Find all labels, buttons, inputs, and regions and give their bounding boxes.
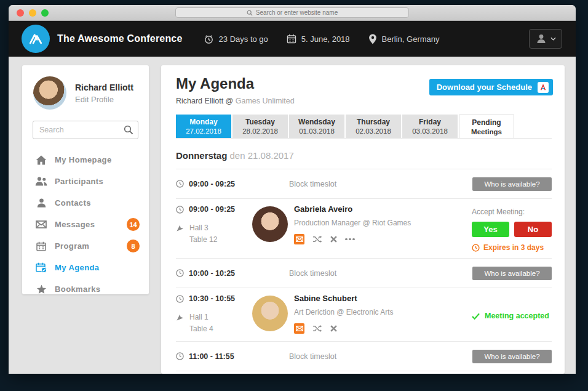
tab-wendsday[interactable]: Wendsday 01.03.2018	[289, 115, 344, 138]
timeslot-time: 09:00 - 09:25	[189, 205, 235, 214]
accepted-status: Meeting accepted	[472, 312, 552, 320]
close-window-button[interactable]	[17, 9, 24, 17]
agenda-row-meeting: 12:00 - 12:25 Jonathan Hamel	[176, 371, 552, 374]
countdown-item: 23 Days to go	[204, 34, 268, 44]
conference-logo-icon	[22, 25, 50, 53]
participant-avatar[interactable]	[252, 206, 288, 242]
message-icon[interactable]	[294, 323, 304, 334]
day-heading-day: Donnerstag	[176, 150, 227, 161]
browser-window: Search or enter website name The Awesome…	[9, 5, 576, 374]
agenda-row-block: 09:00 - 09:25 Block timeslot Who is avai…	[176, 169, 552, 198]
tab-day: Pending	[472, 118, 501, 127]
sidebar-item-program[interactable]: Program 8	[22, 235, 149, 257]
meeting-actions	[294, 323, 394, 334]
reschedule-shuffle-icon[interactable]	[312, 235, 322, 243]
participant-avatar[interactable]	[252, 296, 288, 331]
sidebar-item-contacts[interactable]: Contacts	[22, 192, 149, 214]
agenda-row-meeting: 09:00 - 09:25 Hall 3Table 12 Gabriela Av…	[176, 198, 552, 258]
tab-friday[interactable]: Friday 03.03.2018	[402, 115, 458, 138]
participants-icon	[34, 177, 48, 186]
download-schedule-button[interactable]: Download your Schedule	[429, 79, 553, 95]
zoom-window-button[interactable]	[41, 9, 49, 17]
tab-date: 02.03.2018	[356, 127, 391, 135]
minimize-window-button[interactable]	[29, 9, 36, 17]
map-pin-icon	[368, 34, 377, 44]
tab-day: Tuesday	[245, 118, 275, 126]
accept-yes-button[interactable]: Yes	[472, 222, 509, 237]
sidebar-item-label: Program	[55, 241, 89, 251]
page-subtitle: Richard Elliott @ Games Unlimited	[176, 97, 552, 105]
address-bar[interactable]: Search or enter website name	[175, 7, 409, 18]
app-header: The Awesome Conference 23 Days to go 5. …	[9, 21, 576, 57]
who-is-available-button[interactable]: Who is available?	[472, 177, 552, 191]
location-label: Berlin, Germany	[382, 34, 440, 44]
sidebar-search-input[interactable]	[33, 121, 138, 139]
clock-icon	[176, 269, 184, 277]
who-is-available-button[interactable]: Who is available?	[472, 267, 552, 280]
subtitle-name: Richard Elliott @	[176, 97, 233, 105]
sidebar-item-label: Bookmarks	[55, 284, 100, 294]
cancel-x-icon[interactable]	[330, 325, 337, 332]
check-icon	[472, 313, 480, 320]
sidebar-search	[33, 121, 138, 139]
navigation-arrow-icon	[176, 313, 184, 321]
home-icon	[34, 155, 48, 165]
accepted-label: Meeting accepted	[485, 312, 549, 320]
message-icon[interactable]	[294, 234, 304, 244]
expires-clock-icon	[472, 244, 480, 252]
profile-avatar[interactable]	[33, 76, 66, 110]
header-meta: 23 Days to go 5. June, 2018 Berlin, Germ…	[204, 34, 440, 44]
tab-date: 03.03.2018	[412, 127, 448, 135]
content-area: Richard Elliott Edit Profile My Homepage…	[9, 57, 576, 374]
tab-pending-meetings[interactable]: Pending Meetings	[459, 115, 514, 138]
sidebar-item-bookmarks[interactable]: Bookmarks	[22, 278, 149, 300]
sidebar-item-participants[interactable]: Participants	[22, 171, 149, 192]
sidebar-nav: My Homepage Participants Contacts Messag…	[22, 149, 149, 300]
sidebar: Richard Elliott Edit Profile My Homepage…	[22, 65, 149, 294]
accept-no-button[interactable]: No	[514, 222, 552, 237]
sidebar-item-label: Participants	[55, 177, 103, 186]
cancel-x-icon[interactable]	[330, 236, 337, 243]
sidebar-item-label: My Agenda	[55, 263, 99, 272]
expires-status: Expires in 3 days	[472, 243, 552, 252]
sidebar-item-my-homepage[interactable]: My Homepage	[22, 149, 149, 171]
address-bar-placeholder: Search or enter website name	[256, 9, 338, 16]
profile-name: Richard Elliott	[75, 83, 133, 92]
who-is-available-button[interactable]: Who is available?	[472, 350, 552, 363]
agenda-row-block: 10:00 - 10:25 Block timeslot Who is avai…	[176, 258, 552, 288]
edit-profile-link[interactable]: Edit Profile	[75, 95, 133, 104]
sidebar-item-messages[interactable]: Messages 14	[22, 214, 149, 235]
meeting-response: Meeting accepted	[472, 293, 552, 335]
meeting-location: Hall 1Table 4	[189, 312, 213, 335]
tab-tuesday[interactable]: Tuesday 28.02.2018	[232, 115, 288, 138]
date-label: 5. June, 2018	[301, 34, 350, 44]
contact-icon	[34, 198, 48, 208]
date-item: 5. June, 2018	[287, 34, 350, 44]
messages-badge: 14	[127, 218, 140, 231]
user-menu-button[interactable]	[529, 29, 562, 49]
timeslot-time: 10:00 - 10:25	[189, 269, 235, 278]
participant-role: Production Manager @ Riot Games	[294, 219, 411, 227]
participant-name: Sabine Schubert	[294, 293, 394, 304]
meeting-response: Accept Meeting: Yes No Expires in 3 days	[472, 204, 552, 252]
timeslot-time: 11:00 - 11:55	[189, 352, 234, 361]
profile-block: Richard Elliott Edit Profile	[22, 65, 149, 116]
calendar-icon	[287, 34, 296, 44]
reschedule-shuffle-icon[interactable]	[312, 324, 322, 333]
clock-icon	[176, 295, 184, 303]
tab-day: Thursday	[357, 118, 390, 126]
tab-day: Friday	[419, 118, 441, 126]
tab-thursday[interactable]: Thursday 02.03.2018	[346, 115, 401, 138]
day-heading-date: den 21.08.2017	[230, 150, 294, 161]
browser-titlebar: Search or enter website name	[9, 5, 576, 21]
clock-icon	[176, 206, 184, 214]
participant-role: Art Deriction @ Electronic Arts	[294, 308, 394, 316]
tab-day: Monday	[189, 118, 217, 126]
tab-monday[interactable]: Monday 27.02.2018	[176, 115, 231, 138]
sidebar-item-label: Messages	[55, 220, 95, 229]
program-badge: 8	[127, 240, 140, 252]
app-title: The Awesome Conference	[57, 33, 183, 44]
sidebar-item-my-agenda[interactable]: My Agenda	[22, 257, 149, 278]
more-options-icon[interactable]	[345, 238, 355, 241]
chevron-down-icon	[550, 37, 556, 41]
